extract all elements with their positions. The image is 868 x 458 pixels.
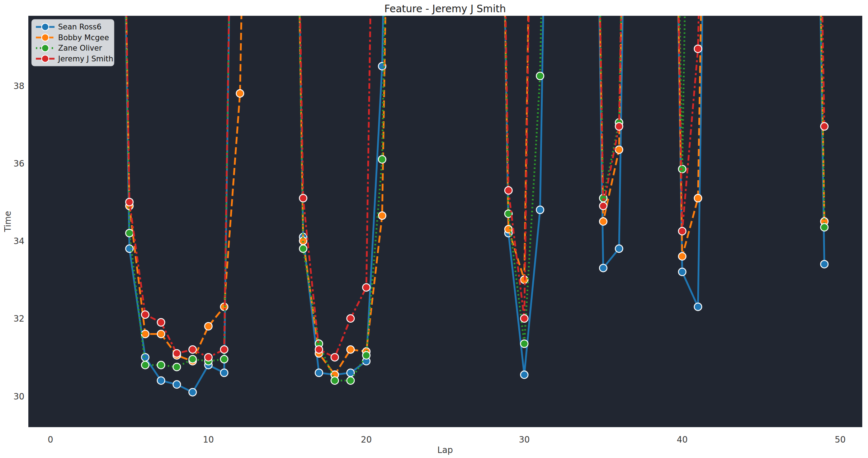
data-point-jeremy-j-smith-lap-6 xyxy=(141,311,149,318)
y-tick-label: 34 xyxy=(13,236,24,246)
data-point-sean-ross6-lap-8 xyxy=(173,381,180,388)
data-point-jeremy-j-smith-lap-10 xyxy=(205,354,212,361)
data-point-zane-oliver-lap-20 xyxy=(363,352,370,359)
data-point-jeremy-j-smith-lap-30 xyxy=(520,315,528,322)
chart-title: Feature - Jeremy J Smith xyxy=(385,3,506,15)
y-axis-ticks: 3032343638 xyxy=(13,81,24,402)
legend-label: Bobby Mcgee xyxy=(58,33,109,42)
data-point-zane-oliver-lap-8 xyxy=(173,363,180,371)
data-point-sean-ross6-lap-30 xyxy=(520,371,528,379)
data-point-jeremy-j-smith-lap-41 xyxy=(694,45,702,52)
data-point-jeremy-j-smith-lap-35 xyxy=(599,202,607,210)
data-point-jeremy-j-smith-lap-16 xyxy=(299,195,307,202)
data-point-bobby-mcgee-lap-36 xyxy=(615,146,623,154)
data-point-jeremy-j-smith-lap-29 xyxy=(505,187,512,194)
y-tick-label: 30 xyxy=(13,392,24,402)
data-point-sean-ross6-lap-17 xyxy=(315,369,323,377)
data-point-zane-oliver-lap-16 xyxy=(299,245,307,252)
data-point-sean-ross6-lap-49 xyxy=(821,260,828,268)
data-point-bobby-mcgee-lap-21 xyxy=(378,212,386,219)
x-tick-label: 20 xyxy=(361,435,372,445)
data-point-jeremy-j-smith-lap-5 xyxy=(126,198,133,206)
lap-time-figure: 01020304050 3032343638 Feature - Jeremy … xyxy=(0,0,868,458)
data-point-bobby-mcgee-lap-7 xyxy=(157,330,165,338)
data-point-zane-oliver-lap-40 xyxy=(679,165,686,173)
data-point-jeremy-j-smith-lap-11 xyxy=(221,346,228,353)
legend: Sean Ross6Bobby McgeeZane OliverJeremy J… xyxy=(32,19,114,66)
data-point-jeremy-j-smith-lap-40 xyxy=(679,228,686,235)
legend-item-sean-ross6: Sean Ross6 xyxy=(36,23,102,31)
data-point-sean-ross6-lap-36 xyxy=(615,245,623,252)
legend-label: Zane Oliver xyxy=(58,44,102,52)
legend-item-zane-oliver: Zane Oliver xyxy=(36,44,102,52)
data-point-jeremy-j-smith-lap-7 xyxy=(157,319,165,326)
data-point-jeremy-j-smith-lap-36 xyxy=(615,123,623,130)
legend-marker-icon xyxy=(42,45,49,52)
data-point-zane-oliver-lap-19 xyxy=(347,377,354,384)
data-point-jeremy-j-smith-lap-17 xyxy=(315,346,323,353)
legend-item-jeremy-j-smith: Jeremy J Smith xyxy=(36,55,113,63)
data-point-sean-ross6-lap-6 xyxy=(141,354,149,361)
legend-marker-icon xyxy=(42,34,49,41)
data-point-sean-ross6-lap-35 xyxy=(599,264,607,272)
data-point-jeremy-j-smith-lap-20 xyxy=(363,284,370,291)
data-point-sean-ross6-lap-9 xyxy=(189,388,197,396)
y-tick-label: 38 xyxy=(13,81,24,91)
x-axis-label: Lap xyxy=(437,445,453,455)
legend-label: Sean Ross6 xyxy=(58,23,102,31)
data-point-zane-oliver-lap-18 xyxy=(331,377,339,384)
data-point-bobby-mcgee-lap-10 xyxy=(205,322,212,330)
legend-label: Jeremy J Smith xyxy=(57,55,113,63)
y-tick-label: 32 xyxy=(13,314,24,324)
data-point-bobby-mcgee-lap-19 xyxy=(347,346,354,353)
data-point-zane-oliver-lap-6 xyxy=(141,361,149,369)
x-tick-label: 40 xyxy=(677,435,688,445)
data-point-bobby-mcgee-lap-40 xyxy=(679,253,686,260)
data-point-sean-ross6-lap-7 xyxy=(157,377,165,384)
y-axis-label: Time xyxy=(3,211,13,233)
data-point-sean-ross6-lap-31 xyxy=(536,206,544,214)
data-point-sean-ross6-lap-19 xyxy=(347,369,354,377)
data-point-sean-ross6-lap-41 xyxy=(694,303,702,310)
lap-time-chart: 01020304050 3032343638 Feature - Jeremy … xyxy=(0,0,868,458)
data-point-zane-oliver-lap-49 xyxy=(821,224,828,231)
legend-marker-icon xyxy=(42,55,49,62)
y-tick-label: 36 xyxy=(13,159,24,169)
data-point-jeremy-j-smith-lap-19 xyxy=(347,315,354,322)
data-point-zane-oliver-lap-30 xyxy=(520,340,528,347)
data-point-bobby-mcgee-lap-12 xyxy=(236,90,244,97)
x-tick-label: 50 xyxy=(835,435,846,445)
data-point-jeremy-j-smith-lap-9 xyxy=(189,346,197,353)
x-tick-label: 10 xyxy=(203,435,214,445)
data-point-jeremy-j-smith-lap-8 xyxy=(173,350,180,357)
data-point-zane-oliver-lap-21 xyxy=(378,156,386,163)
data-point-bobby-mcgee-lap-41 xyxy=(694,195,702,202)
x-axis-ticks: 01020304050 xyxy=(48,435,846,445)
data-point-zane-oliver-lap-5 xyxy=(126,229,133,237)
legend-marker-icon xyxy=(42,23,49,31)
data-point-zane-oliver-lap-7 xyxy=(157,361,165,369)
legend-item-bobby-mcgee: Bobby Mcgee xyxy=(36,33,109,42)
data-point-bobby-mcgee-lap-35 xyxy=(599,218,607,225)
data-point-jeremy-j-smith-lap-49 xyxy=(821,123,828,130)
data-point-jeremy-j-smith-lap-18 xyxy=(331,354,339,361)
data-point-sean-ross6-lap-11 xyxy=(221,369,228,377)
x-tick-label: 30 xyxy=(519,435,530,445)
data-point-zane-oliver-lap-9 xyxy=(189,355,197,363)
data-point-sean-ross6-lap-40 xyxy=(679,268,686,276)
x-tick-label: 0 xyxy=(48,435,53,445)
data-point-zane-oliver-lap-31 xyxy=(536,72,544,80)
data-point-zane-oliver-lap-11 xyxy=(221,355,228,363)
